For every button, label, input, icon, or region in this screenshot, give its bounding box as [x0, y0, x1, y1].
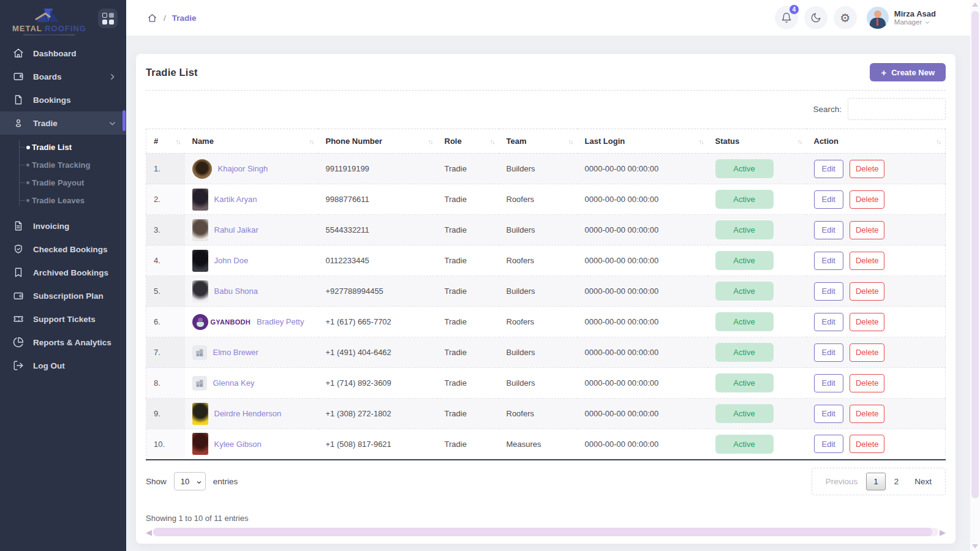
- file-icon: [12, 94, 24, 106]
- board-icon: [12, 70, 24, 83]
- tradie-name-link[interactable]: Kartik Aryan: [214, 195, 257, 204]
- table-row: 9.Deirdre Henderson+1 (308) 272-1802Trad…: [146, 399, 946, 429]
- delete-button[interactable]: Delete: [850, 343, 885, 362]
- table-row: 8.Glenna Key+1 (714) 892-3609TradieBuild…: [146, 368, 946, 399]
- pagination-page-2[interactable]: 2: [887, 473, 907, 490]
- cell-name: Khajoor Singh: [185, 154, 318, 184]
- edit-button[interactable]: Edit: [814, 252, 843, 270]
- sidebar-toggle-grid-icon[interactable]: [98, 9, 118, 28]
- delete-button[interactable]: Delete: [850, 435, 885, 453]
- edit-button[interactable]: Edit: [814, 435, 843, 453]
- entries-summary: Showing 1 to 10 of 11 entries: [146, 514, 946, 523]
- delete-button[interactable]: Delete: [850, 405, 885, 423]
- sidebar-item-dashboard[interactable]: Dashboard: [0, 42, 126, 65]
- sidebar-item-tradie[interactable]: Tradie: [0, 111, 126, 135]
- tradie-name-link[interactable]: Glenna Key: [213, 378, 255, 388]
- column-header-name[interactable]: Name↑↓: [185, 129, 318, 154]
- delete-button[interactable]: Delete: [850, 190, 885, 209]
- breadcrumb-current[interactable]: Tradie: [172, 13, 197, 23]
- user-menu[interactable]: Mirza Asad Manager: [867, 7, 936, 29]
- column-header-status[interactable]: Status↑↓: [708, 129, 807, 154]
- column-header-action[interactable]: Action↑↓: [807, 129, 946, 154]
- delete-button[interactable]: Delete: [850, 313, 885, 331]
- page-size-select[interactable]: 10: [174, 472, 206, 490]
- sidebar-subitem-tradie-payout[interactable]: Tradie Payout: [0, 174, 126, 192]
- search-input[interactable]: [848, 98, 946, 120]
- sidebar-item-support-tickets[interactable]: Support Tickets: [0, 307, 126, 331]
- pagination-previous[interactable]: Previous: [818, 473, 865, 490]
- logout-icon: [12, 359, 24, 372]
- edit-button[interactable]: Edit: [814, 374, 843, 392]
- sidebar-subitem-tradie-leaves[interactable]: Tradie Leaves: [0, 192, 126, 209]
- edit-button[interactable]: Edit: [814, 282, 843, 301]
- edit-button[interactable]: Edit: [814, 343, 843, 362]
- horizontal-scrollbar-track[interactable]: [153, 528, 938, 536]
- tradie-name-link[interactable]: John Doe: [214, 256, 249, 265]
- vertical-scrollbar[interactable]: [970, 0, 980, 551]
- topbar-actions: 4 ⚙ Mirza Asad Manager: [772, 6, 936, 29]
- tradie-name-link[interactable]: Kylee Gibson: [214, 440, 262, 449]
- tradie-name-link[interactable]: Khajoor Singh: [218, 164, 268, 173]
- brand-logo[interactable]: METAL ROOFING: [12, 6, 86, 36]
- cell-status: Active: [708, 307, 807, 337]
- delete-button[interactable]: Delete: [850, 160, 885, 178]
- breadcrumb-home-icon[interactable]: [147, 13, 157, 23]
- row-avatar: [192, 280, 208, 302]
- sidebar-subitem-tradie-list[interactable]: Tradie List: [0, 138, 126, 156]
- column-header-last-login[interactable]: Last Login↑↓: [578, 129, 708, 154]
- cell-phone: 5544332211: [318, 215, 437, 246]
- tradie-name-link[interactable]: Deirdre Henderson: [214, 409, 282, 418]
- cell-status: Active: [708, 246, 807, 276]
- sidebar-item-subscription-plan[interactable]: Subscription Plan: [0, 284, 126, 307]
- tradie-name-link[interactable]: Elmo Brewer: [213, 348, 258, 357]
- cell-action: EditDelete: [807, 368, 946, 399]
- scroll-up-icon[interactable]: [972, 2, 978, 7]
- edit-button[interactable]: Edit: [814, 221, 843, 239]
- pagination-page-1[interactable]: 1: [866, 473, 886, 490]
- sidebar-item-invoicing[interactable]: Invoicing: [0, 214, 126, 238]
- cell-role: Tradie: [437, 184, 499, 215]
- status-badge: Active: [715, 159, 774, 178]
- column-header-role[interactable]: Role↑↓: [437, 129, 499, 154]
- dark-mode-button[interactable]: [804, 6, 827, 29]
- tradie-name-link[interactable]: Bradley Petty: [257, 317, 304, 326]
- cell-team: Roofers: [499, 184, 578, 215]
- sidebar-subitem-tradie-tracking[interactable]: Tradie Tracking: [0, 156, 126, 174]
- edit-button[interactable]: Edit: [814, 160, 843, 178]
- column-header--[interactable]: #↑↓: [146, 129, 185, 154]
- sidebar-scrollbar-thumb[interactable]: [123, 110, 126, 131]
- settings-button[interactable]: ⚙: [834, 6, 857, 29]
- tradie-name-link[interactable]: Babu Shona: [214, 287, 258, 296]
- create-new-button[interactable]: + Create New: [870, 63, 946, 81]
- horizontal-scrollbar-thumb[interactable]: [153, 528, 932, 536]
- delete-button[interactable]: Delete: [850, 282, 885, 301]
- edit-button[interactable]: Edit: [814, 313, 843, 331]
- sidebar-item-bookings[interactable]: Bookings: [0, 88, 126, 111]
- notifications-button[interactable]: 4: [775, 6, 798, 29]
- tradie-table: #↑↓Name↑↓Phone Number↑↓Role↑↓Team↑↓Last …: [146, 129, 946, 460]
- cell-index: 4.: [146, 246, 185, 276]
- table-row: 3.Rahul Jaikar5544332211TradieBuilders00…: [146, 215, 946, 246]
- edit-button[interactable]: Edit: [814, 190, 843, 209]
- pagination-next[interactable]: Next: [907, 473, 939, 490]
- sort-icon: ↑↓: [309, 138, 315, 145]
- sidebar-item-reports-analytics[interactable]: Reports & Analytics: [0, 331, 126, 354]
- scroll-right-icon[interactable]: ▶: [940, 528, 946, 537]
- sidebar-item-checked-bookings[interactable]: Checked Bookings: [0, 238, 126, 261]
- vertical-scrollbar-thumb[interactable]: [971, 11, 979, 498]
- status-badge: Active: [715, 282, 774, 301]
- scroll-left-icon[interactable]: ◀: [146, 528, 152, 537]
- cell-index: 3.: [146, 215, 185, 246]
- delete-button[interactable]: Delete: [850, 252, 885, 270]
- edit-button[interactable]: Edit: [814, 405, 843, 423]
- sort-icon: ↑↓: [428, 138, 434, 145]
- delete-button[interactable]: Delete: [850, 374, 885, 392]
- delete-button[interactable]: Delete: [850, 221, 885, 239]
- tradie-name-link[interactable]: Rahul Jaikar: [214, 225, 258, 234]
- sidebar-item-boards[interactable]: Boards: [0, 65, 126, 88]
- sidebar-item-archived-bookings[interactable]: Archived Bookings: [0, 261, 126, 284]
- sidebar-item-log-out[interactable]: Log Out: [0, 354, 126, 377]
- column-header-team[interactable]: Team↑↓: [499, 129, 578, 154]
- scroll-down-icon[interactable]: [972, 544, 978, 549]
- column-header-phone-number[interactable]: Phone Number↑↓: [318, 129, 437, 154]
